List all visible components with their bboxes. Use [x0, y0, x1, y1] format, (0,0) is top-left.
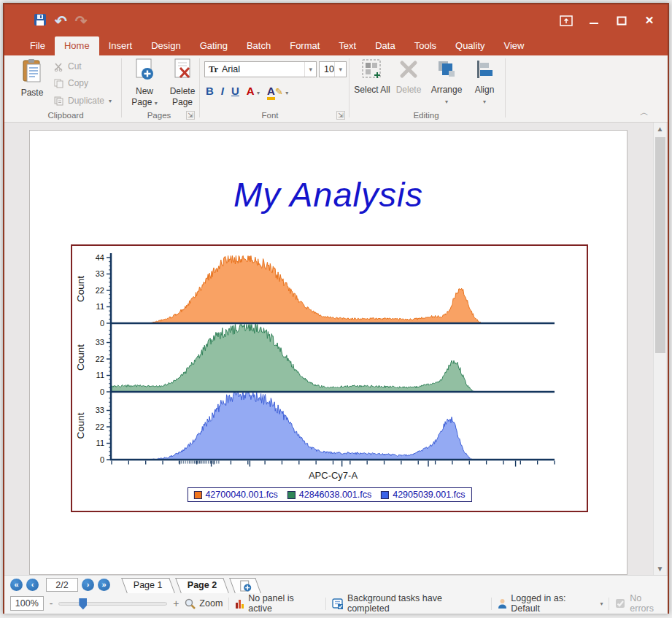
dropdown-arrow-icon: ▾ [257, 90, 260, 96]
scroll-up-icon[interactable]: ▲ [654, 123, 666, 135]
dropdown-arrow-icon: ▾ [334, 62, 346, 77]
dropdown-arrow-icon: ▾ [445, 99, 448, 105]
save-icon[interactable] [34, 13, 47, 29]
add-page-tab[interactable] [229, 578, 261, 593]
font-family-value: Arial [222, 64, 240, 74]
menu-tab-file[interactable]: File [20, 36, 55, 55]
zoom-out-label[interactable]: - [50, 598, 53, 609]
new-page-icon [125, 58, 163, 84]
add-page-icon [240, 580, 252, 592]
dropdown-arrow-icon: ▾ [600, 600, 603, 607]
new-page-button[interactable]: New Page ▾ [125, 58, 163, 107]
bold-button[interactable]: B [206, 85, 214, 97]
background-tasks-status[interactable]: Background tasks have completed [332, 593, 485, 614]
chart-canvas: 011223344Count0112233Count0112233CountAP… [72, 246, 587, 511]
undo-icon[interactable]: ↶ [55, 14, 67, 28]
first-page-button[interactable]: « [10, 579, 23, 591]
y-axis-label: Count [75, 412, 86, 439]
histogram-series-1 [112, 325, 555, 393]
maximize-icon[interactable] [614, 13, 630, 28]
close-icon[interactable]: ✕ [641, 13, 657, 28]
font-family-select[interactable]: Tr Arial ▾ [204, 61, 317, 77]
y-axis-label: Count [75, 344, 86, 371]
align-icon [466, 58, 503, 82]
last-page-button[interactable]: » [98, 579, 110, 591]
page-title[interactable]: My Analysis [30, 174, 627, 215]
page-position[interactable]: 2/2 [46, 578, 78, 592]
delete-page-button[interactable]: Delete Page [163, 58, 201, 107]
menu-tab-gating[interactable]: Gating [190, 36, 237, 55]
panel-bars-icon [235, 598, 244, 609]
svg-text:11: 11 [96, 371, 104, 379]
legend-entry: 42846038.001.fcs [287, 490, 371, 500]
zoom-value[interactable]: 100% [10, 596, 44, 611]
align-button[interactable]: Align▾ [466, 58, 503, 106]
underline-button[interactable]: U [231, 85, 239, 97]
zoom-tool[interactable]: Zoom [185, 598, 223, 609]
font-group-label: Font [204, 111, 336, 120]
titlebar: ↶ ↷ ✕ [4, 4, 668, 36]
dropdown-arrow-icon: ▾ [304, 62, 316, 77]
dropdown-arrow-icon: ▾ [285, 90, 288, 96]
x-axis-label: APC-Cy7-A [309, 470, 358, 481]
redo-icon: ↷ [75, 14, 88, 28]
next-page-button[interactable]: › [82, 579, 94, 591]
zoom-in-label[interactable]: + [173, 598, 179, 609]
scroll-down-icon[interactable]: ▼ [654, 563, 666, 575]
page-tab-page-1[interactable]: Page 1 [121, 578, 174, 593]
menu-tab-insert[interactable]: Insert [99, 36, 142, 55]
svg-text:22: 22 [96, 355, 104, 363]
menu-tab-batch[interactable]: Batch [237, 36, 280, 55]
svg-text:44: 44 [96, 253, 104, 262]
menu-tab-quality[interactable]: Quality [446, 36, 494, 55]
report-page[interactable]: My Analysis 011223344Count0112233Count01… [29, 130, 627, 575]
menu-tab-format[interactable]: Format [280, 36, 329, 55]
vertical-scrollbar[interactable]: ▲ ▼ [653, 123, 666, 575]
chart-legend[interactable]: 42700040.001.fcs42846038.001.fcs42905039… [187, 487, 471, 502]
zoom-slider-thumb[interactable] [79, 598, 87, 610]
legend-entry: 42700040.001.fcs [193, 490, 277, 500]
pages-dialog-launcher-icon[interactable]: ⇲ [186, 111, 195, 120]
group-separator [505, 58, 506, 117]
scrollbar-thumb[interactable] [655, 137, 665, 353]
italic-button[interactable]: I [221, 85, 224, 97]
clipboard-group-label: Clipboard [22, 111, 109, 120]
svg-text:33: 33 [96, 406, 104, 414]
paste-button[interactable]: Paste [13, 58, 51, 99]
ribbon: Paste Cut Copy Duplicate ▾ Clipboard New… [4, 55, 668, 123]
legend-swatch-icon [381, 491, 389, 499]
legend-swatch-icon [287, 491, 296, 499]
dropdown-arrow-icon: ▾ [483, 99, 486, 105]
login-status[interactable]: Logged in as: Default ▾ [498, 593, 603, 614]
menu-tab-data[interactable]: Data [366, 36, 404, 55]
y-axis-label: Count [75, 276, 86, 302]
menu-bar: FileHomeInsertDesignGatingBatchFormatTex… [4, 36, 668, 55]
font-dialog-launcher-icon[interactable]: ⇲ [336, 111, 345, 120]
font-size-select[interactable]: 10 ▾ [319, 61, 347, 77]
menu-tab-home[interactable]: Home [55, 36, 99, 55]
page-tab-page-2[interactable]: Page 2 [175, 578, 229, 593]
zoom-slider[interactable] [58, 602, 167, 606]
menu-tab-design[interactable]: Design [142, 36, 190, 55]
dropdown-arrow-icon: ▾ [155, 100, 158, 107]
histogram-chart[interactable]: 011223344Count0112233Count0112233CountAP… [71, 244, 588, 512]
font-color-button[interactable]: A ▾ [247, 85, 260, 97]
menu-tab-text[interactable]: Text [329, 36, 366, 55]
group-separator [199, 58, 200, 117]
collapse-ribbon-chevron-icon[interactable]: ︿ [640, 107, 649, 119]
highlight-button[interactable]: A✎ ▾ [267, 85, 288, 97]
svg-text:33: 33 [96, 338, 104, 347]
copy-button: Copy [54, 77, 88, 90]
cut-icon [54, 62, 63, 72]
svg-text:11: 11 [96, 302, 104, 311]
font-size-value: 10 [324, 64, 334, 74]
menu-tab-tools[interactable]: Tools [405, 36, 446, 55]
previous-page-button[interactable]: ‹ [26, 579, 39, 591]
arrange-button[interactable]: Arrange▾ [428, 58, 466, 106]
collapse-ribbon-icon[interactable] [558, 13, 574, 28]
minimize-icon[interactable] [586, 13, 602, 28]
group-separator [349, 58, 349, 117]
menu-tab-view[interactable]: View [495, 36, 534, 55]
select-all-button[interactable]: Select All [353, 58, 391, 96]
panel-status[interactable]: No panel is active [235, 593, 320, 614]
